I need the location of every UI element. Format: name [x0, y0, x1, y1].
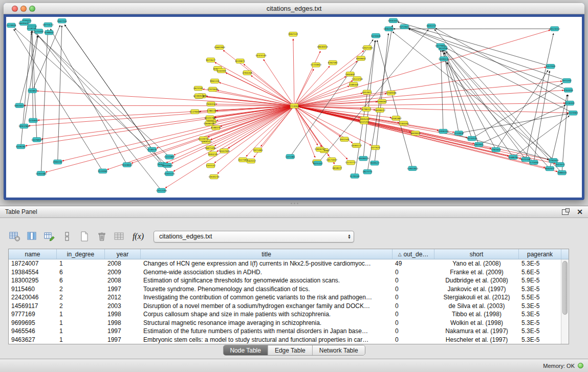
column-header-in_degree[interactable]: in_degree — [57, 249, 105, 259]
network-node[interactable]: 2124563 — [568, 111, 578, 116]
table-row[interactable]: 2242004622012Investigating the contribut… — [9, 293, 569, 302]
network-node[interactable]: 14324140 — [255, 53, 267, 58]
network-node[interactable]: 16024073 — [14, 103, 25, 108]
column-header-out_degree[interactable]: △out_de… — [393, 249, 434, 259]
network-node[interactable]: 6849839 — [410, 131, 420, 136]
table-selector-dropdown[interactable]: citations_edges.txt ▲▼ — [154, 231, 354, 243]
new-column-icon[interactable] — [43, 230, 56, 243]
network-node[interactable]: 7849527 — [370, 161, 380, 165]
network-node[interactable]: 4818077 — [333, 166, 342, 170]
network-node[interactable]: 18063959 — [383, 27, 395, 31]
network-node[interactable]: 12380926 — [193, 94, 205, 98]
network-node[interactable]: 12512194 — [156, 188, 167, 193]
network-node[interactable]: 6188379 — [211, 125, 221, 130]
network-node[interactable]: 3238579 — [147, 147, 157, 152]
network-node[interactable]: 1724065 — [290, 104, 299, 108]
network-node[interactable]: 10698346 — [204, 121, 215, 126]
network-node[interactable]: 6362582 — [328, 60, 338, 65]
new-table-icon[interactable] — [78, 230, 91, 243]
network-node[interactable]: 14123242 — [549, 27, 560, 31]
network-node[interactable]: 9474949 — [371, 34, 381, 38]
network-node[interactable]: 15141897 — [164, 155, 176, 159]
column-header-name[interactable]: name — [9, 249, 57, 259]
network-node[interactable]: 9124062 — [98, 169, 107, 173]
network-node[interactable]: 17970638 — [207, 87, 219, 92]
network-node[interactable]: 16871496 — [205, 146, 216, 150]
network-node[interactable]: 17484091 — [398, 121, 409, 126]
network-node[interactable]: 19530644 — [162, 163, 173, 168]
network-node[interactable]: 6328281 — [16, 144, 26, 149]
network-node[interactable]: 15588762 — [508, 155, 519, 160]
network-node[interactable]: 14025183 — [362, 46, 373, 50]
network-node[interactable]: 2900192 — [53, 160, 62, 164]
zoom-window-button[interactable] — [29, 6, 35, 12]
network-node[interactable]: 14083227 — [351, 143, 362, 148]
network-node[interactable]: 1371381 — [286, 155, 295, 159]
network-node[interactable]: 19773172 — [42, 23, 54, 27]
table-mode-icon[interactable] — [8, 230, 21, 243]
network-node[interactable]: 9507716 — [57, 19, 67, 24]
delete-table-icon[interactable] — [95, 230, 108, 243]
network-node[interactable]: 18107939 — [219, 149, 230, 154]
network-node[interactable]: 1417559 — [546, 64, 555, 69]
panel-resize-handle[interactable] — [288, 202, 300, 205]
network-node[interactable]: 5102005 — [216, 69, 226, 73]
network-node[interactable]: 4171656 — [529, 160, 539, 165]
tab-node-table[interactable]: Node Table — [223, 345, 268, 355]
network-node[interactable]: 1903941 — [474, 142, 484, 147]
network-node[interactable]: 2077670 — [371, 145, 380, 150]
table-row[interactable]: 1830029562008Estimation of significance … — [9, 276, 569, 285]
network-node[interactable]: 4623181 — [193, 86, 203, 91]
tab-network-table[interactable]: Network Table — [312, 345, 365, 355]
network-node[interactable]: 7570905 — [28, 118, 38, 123]
column-header-short[interactable]: short — [434, 249, 519, 259]
network-node[interactable]: 4784268 — [243, 71, 252, 75]
network-node[interactable]: 10581887 — [390, 116, 402, 121]
network-node[interactable]: 5641217 — [427, 24, 437, 29]
network-node[interactable]: 16508429 — [358, 156, 369, 161]
network-node[interactable]: 10328037 — [122, 163, 133, 167]
network-node[interactable]: 15936150 — [438, 129, 449, 134]
network-node[interactable]: 1503132 — [206, 163, 215, 168]
network-node[interactable]: 9073627 — [206, 58, 215, 62]
table-row[interactable]: 969969511998Structural magnetic resonanc… — [9, 319, 569, 327]
network-node[interactable]: 14228737 — [198, 137, 209, 141]
table-row[interactable]: 946362711997Embryonic stem cells: a mode… — [9, 336, 569, 344]
network-canvas[interactable]: 1639896782398711133609346231814847512186… — [6, 17, 582, 198]
network-node[interactable]: 10561655 — [388, 18, 399, 23]
network-node[interactable]: 5516343 — [565, 101, 575, 105]
network-node[interactable]: 6959653 — [356, 56, 366, 61]
table-row[interactable]: 1938455462009Genome-wide association stu… — [9, 268, 569, 277]
network-node[interactable]: 15376919 — [31, 138, 42, 142]
network-node[interactable]: 6037294 — [359, 120, 369, 124]
network-node[interactable]: 3971085 — [253, 148, 263, 152]
network-node[interactable]: 16279604 — [435, 43, 446, 48]
network-node[interactable]: 16325766 — [204, 116, 215, 120]
network-node[interactable]: 7900056 — [206, 102, 216, 106]
table-row[interactable]: 946554611997Estimation of the future num… — [9, 327, 569, 336]
network-node[interactable]: 12069066 — [385, 91, 397, 95]
network-node[interactable]: 7488320 — [557, 170, 567, 175]
network-node[interactable]: 9170150 — [350, 174, 360, 179]
network-node[interactable]: 2694239 — [208, 152, 217, 157]
column-header-pagerank[interactable]: pagerank — [519, 249, 561, 259]
network-node[interactable]: 15901950 — [407, 166, 418, 171]
network-node[interactable]: 2110928 — [454, 131, 464, 136]
network-node[interactable]: 15681983 — [214, 45, 225, 50]
minimize-window-button[interactable] — [20, 6, 27, 12]
network-node[interactable]: 2174928 — [7, 23, 16, 28]
network-node[interactable]: 5466064 — [377, 99, 387, 104]
window-titlebar[interactable]: citations_edges.txt — [4, 3, 584, 14]
show-columns-icon[interactable] — [26, 230, 39, 243]
import-table-icon[interactable] — [113, 230, 126, 243]
network-node[interactable]: 11720813 — [311, 63, 322, 68]
table-row[interactable]: 911546021997Tourette syndrome. Phenomeno… — [9, 285, 569, 294]
network-node[interactable]: 5271003 — [34, 29, 43, 34]
table-row[interactable]: 1456911722003Disruption of a novel membe… — [9, 302, 569, 311]
network-node[interactable]: 2993892 — [345, 72, 355, 77]
table-row[interactable]: 1872400712008Changes of HCN gene express… — [9, 259, 569, 268]
network-node[interactable]: 16233535 — [466, 136, 477, 141]
table-row[interactable]: 977716911998Corpus callosum shape and si… — [9, 310, 569, 319]
column-header-title[interactable]: title — [141, 249, 393, 259]
network-node[interactable]: 5931549 — [340, 137, 350, 142]
